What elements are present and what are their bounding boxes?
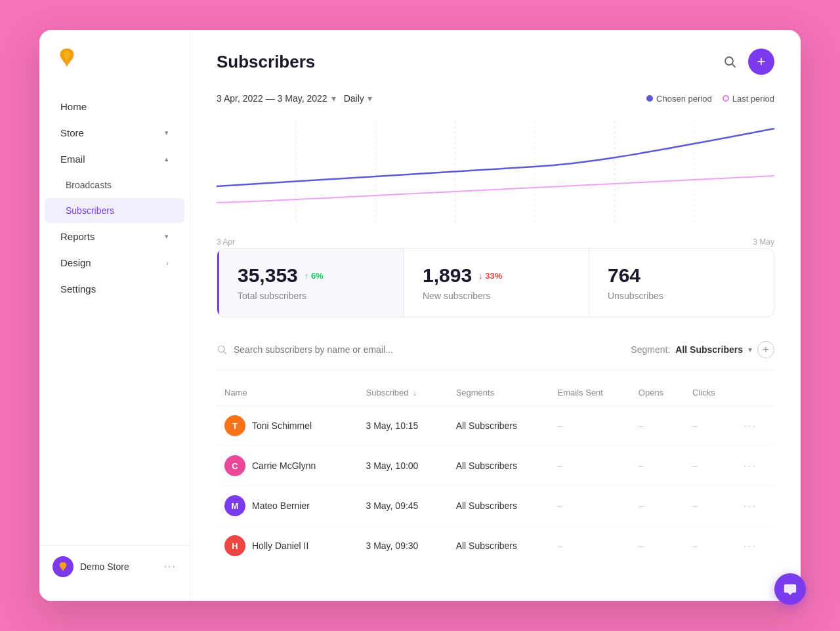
header-actions: + xyxy=(721,49,774,75)
add-button[interactable]: + xyxy=(748,49,774,75)
segment-control: Segment: All Subscribers ▾ + xyxy=(631,341,774,358)
col-subscribed[interactable]: Subscribed ↓ xyxy=(358,382,448,406)
subscriber-name: Mateo Bernier xyxy=(252,500,310,511)
table-search xyxy=(217,344,430,355)
search-icon xyxy=(217,344,227,355)
subscriber-segments: All Subscribers xyxy=(448,406,550,446)
stats-row: 35,353 ↑ 6% Total subscribers 1,893 ↓ 33… xyxy=(217,248,774,317)
segment-value: All Subscribers xyxy=(675,344,743,355)
subscriber-clicks: – xyxy=(684,446,735,486)
sidebar-subscribers-label: Subscribers xyxy=(66,205,114,216)
subscriber-actions[interactable]: ··· xyxy=(736,446,774,486)
last-period-label: Last period xyxy=(732,94,774,104)
table-body: T Toni Schimmel 3 May, 10:15 All Subscri… xyxy=(217,406,774,566)
subscriber-emails-sent: – xyxy=(550,486,631,526)
row-menu-icon[interactable]: ··· xyxy=(744,499,757,512)
subscriber-clicks: – xyxy=(684,526,735,566)
subscriber-subscribed: 3 May, 10:00 xyxy=(358,446,448,486)
store-name: Demo Store xyxy=(80,561,158,572)
sidebar-design-label: Design xyxy=(60,257,91,268)
sidebar-footer[interactable]: Demo Store ··· xyxy=(39,545,190,588)
sidebar-item-design[interactable]: Design › xyxy=(45,250,184,275)
app-logo-icon xyxy=(55,46,79,70)
subscriber-clicks: – xyxy=(684,486,735,526)
table-row: H Holly Daniel II 3 May, 09:30 All Subsc… xyxy=(217,526,774,566)
segment-label: Segment: xyxy=(631,344,670,355)
segment-dropdown[interactable]: All Subscribers ▾ xyxy=(675,344,752,355)
sidebar-home-label: Home xyxy=(60,101,87,112)
new-subscribers-number: 1,893 ↓ 33% xyxy=(423,264,570,287)
chat-icon xyxy=(783,582,797,596)
subscriber-segments: All Subscribers xyxy=(448,486,550,526)
subscriber-name-cell: M Mateo Bernier xyxy=(217,486,358,526)
sidebar-item-email[interactable]: Email ▴ xyxy=(45,146,184,172)
sidebar-item-broadcasts[interactable]: Broadcasts xyxy=(45,173,184,197)
sidebar: Home Store ▾ Email ▴ Broadcasts Subscrib… xyxy=(39,30,190,601)
sidebar-logo xyxy=(39,46,190,93)
sidebar-item-reports[interactable]: Reports ▾ xyxy=(45,224,184,249)
subscriber-emails-sent: – xyxy=(550,526,631,566)
sidebar-item-store[interactable]: Store ▾ xyxy=(45,120,184,146)
sidebar-item-subscribers[interactable]: Subscribers xyxy=(45,198,184,223)
subscriber-avatar: H xyxy=(224,535,245,556)
stat-card-unsub: 764 Unsubscribes xyxy=(589,249,774,317)
period-button[interactable]: Daily ▾ xyxy=(344,93,372,104)
subscriber-name: Carrie McGlynn xyxy=(252,460,316,471)
last-period-dot xyxy=(723,95,729,102)
chevron-down-icon: ▾ xyxy=(748,345,752,354)
date-range-button[interactable]: 3 Apr, 2022 — 3 May, 2022 ▾ xyxy=(217,93,336,104)
total-label: Total subscribers xyxy=(238,291,385,301)
chosen-period-dot xyxy=(646,95,653,102)
chart-legend: Chosen period Last period xyxy=(646,94,774,104)
sidebar-item-settings[interactable]: Settings xyxy=(45,276,184,302)
new-value: 1,893 xyxy=(423,264,472,287)
subscriber-avatar: T xyxy=(224,415,245,436)
chart-start-label: 3 Apr xyxy=(217,237,235,247)
subscriber-segments: All Subscribers xyxy=(448,526,550,566)
search-button[interactable] xyxy=(721,52,739,71)
chat-button[interactable] xyxy=(774,573,806,605)
subscribers-table: Name Subscribed ↓ Segments Emails Sent O… xyxy=(217,382,774,565)
legend-chosen: Chosen period xyxy=(646,94,712,104)
subscriber-actions[interactable]: ··· xyxy=(736,406,774,446)
sidebar-item-home[interactable]: Home xyxy=(45,94,184,119)
chevron-down-icon: ▾ xyxy=(165,129,169,137)
unsub-number: 764 xyxy=(608,264,755,287)
subscriber-opens: – xyxy=(631,446,684,486)
chart-section: 3 Apr, 2022 — 3 May, 2022 ▾ Daily ▾ Chos… xyxy=(217,93,774,232)
table-header: Name Subscribed ↓ Segments Emails Sent O… xyxy=(217,382,774,406)
search-icon xyxy=(723,55,736,68)
add-segment-button[interactable]: + xyxy=(757,341,774,358)
table-row: C Carrie McGlynn 3 May, 10:00 All Subscr… xyxy=(217,446,774,486)
sidebar-navigation: Home Store ▾ Email ▴ Broadcasts Subscrib… xyxy=(39,93,190,545)
sidebar-store-label: Store xyxy=(60,127,84,138)
sidebar-settings-label: Settings xyxy=(60,283,96,295)
col-actions xyxy=(736,382,774,406)
table-controls: Segment: All Subscribers ▾ + xyxy=(217,341,774,371)
subscriber-name-cell: T Toni Schimmel xyxy=(217,406,358,446)
stat-card-total: 35,353 ↑ 6% Total subscribers xyxy=(217,249,404,317)
total-badge: ↑ 6% xyxy=(304,271,324,281)
subscriber-subscribed: 3 May, 09:45 xyxy=(358,486,448,526)
svg-point-0 xyxy=(725,57,733,65)
subscriber-avatar: M xyxy=(224,495,245,516)
new-badge: ↓ 33% xyxy=(478,271,502,281)
search-input[interactable] xyxy=(234,344,430,355)
main-content: Subscribers + 3 Apr, 2022 — 3 May, 2022 xyxy=(190,30,801,601)
chevron-up-icon: ▴ xyxy=(165,155,169,163)
store-menu-icon[interactable]: ··· xyxy=(164,561,177,573)
subscriber-clicks: – xyxy=(684,406,735,446)
chosen-period-label: Chosen period xyxy=(656,94,712,104)
subscriber-actions[interactable]: ··· xyxy=(736,486,774,526)
col-opens: Opens xyxy=(631,382,684,406)
row-menu-icon[interactable]: ··· xyxy=(744,539,757,552)
row-menu-icon[interactable]: ··· xyxy=(744,419,757,432)
subscriber-opens: – xyxy=(631,406,684,446)
unsub-label: Unsubscribes xyxy=(608,291,755,301)
subscriber-name: Holly Daniel II xyxy=(252,540,308,551)
subscriber-name: Toni Schimmel xyxy=(252,420,312,431)
subscriber-actions[interactable]: ··· xyxy=(736,526,774,566)
row-menu-icon[interactable]: ··· xyxy=(744,459,757,472)
chart-container: 3 Apr 3 May xyxy=(217,114,774,232)
main-header: Subscribers + xyxy=(217,49,774,75)
